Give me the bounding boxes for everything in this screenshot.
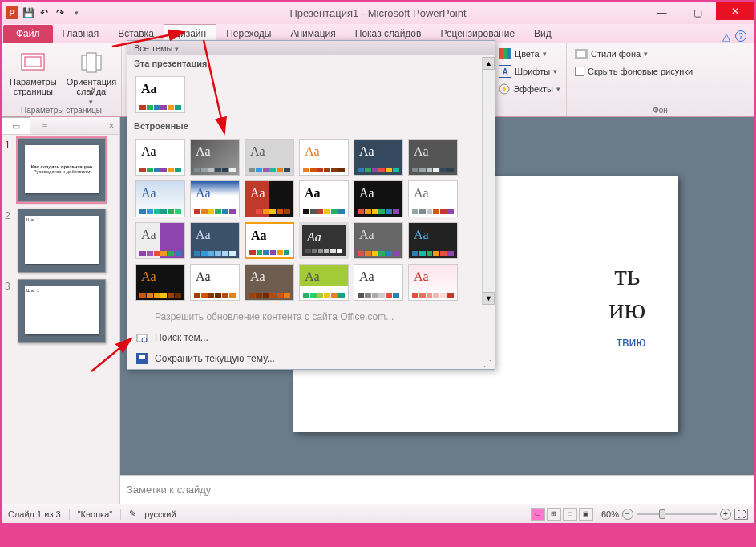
thumbnails-close-icon[interactable]: ×: [103, 117, 119, 134]
app-icon[interactable]: P: [5, 6, 19, 20]
close-button[interactable]: ✕: [716, 2, 754, 20]
title-bar: P 💾 ↶ ↷ Презентация1 - Microsoft PowerPo…: [2, 2, 754, 24]
window-title: Презентация1 - Microsoft PowerPoint: [289, 7, 466, 19]
theme-swatch[interactable]: Aa: [135, 264, 185, 301]
effects-button[interactable]: Эффекты: [495, 80, 561, 98]
theme-swatch[interactable]: Aa: [190, 139, 240, 176]
themes-office-update: Разрешить обновление контента с сайта Of…: [127, 306, 495, 327]
theme-swatch[interactable]: Aa: [354, 222, 403, 259]
view-slideshow-button[interactable]: ▣: [579, 508, 593, 521]
svg-rect-12: [577, 51, 585, 57]
svg-point-10: [503, 87, 506, 91]
theme-swatch[interactable]: Aa: [245, 264, 294, 301]
redo-icon[interactable]: ↷: [53, 6, 67, 20]
page-setup-button[interactable]: Параметры страницы: [6, 48, 60, 107]
view-reading-button[interactable]: □: [563, 508, 577, 521]
save-icon[interactable]: 💾: [21, 6, 35, 20]
view-normal-button[interactable]: ▭: [531, 508, 545, 521]
svg-rect-5: [87, 53, 96, 72]
group-page-setup-label: Параметры страницы: [2, 106, 121, 115]
group-background-label: Фон: [567, 106, 754, 115]
theme-swatch[interactable]: Aa: [299, 264, 349, 301]
hide-background-checkbox[interactable]: Скрыть фоновые рисунки: [572, 63, 749, 80]
status-slide-number: Слайд 1 из 3: [8, 509, 61, 519]
tab-home[interactable]: Главная: [53, 25, 109, 43]
slide-thumbnail[interactable]: 1 Как создать презентациюРуководство к д…: [5, 138, 116, 202]
slide-subtitle[interactable]: твию: [617, 335, 678, 350]
slide-thumbnail[interactable]: 3 Шаг 1: [5, 279, 116, 343]
ribbon-minimize-icon[interactable]: △: [722, 30, 730, 43]
maximize-button[interactable]: ▢: [680, 4, 716, 22]
theme-swatch[interactable]: Aa: [190, 264, 240, 301]
background-styles-button[interactable]: Стили фона: [572, 45, 749, 63]
theme-swatch[interactable]: Aa: [245, 222, 294, 259]
theme-swatch[interactable]: Aa: [299, 139, 349, 176]
minimize-button[interactable]: —: [644, 4, 680, 22]
theme-swatch[interactable]: Aa: [245, 180, 294, 217]
fonts-button[interactable]: AШрифты: [495, 63, 561, 80]
slide-title[interactable]: ть ию: [608, 258, 677, 326]
theme-swatch[interactable]: Aa: [408, 222, 458, 259]
theme-swatch[interactable]: Aa: [190, 222, 240, 259]
theme-swatch[interactable]: Aa: [354, 180, 403, 217]
view-buttons: ▭ ⊞ □ ▣: [531, 508, 593, 521]
svg-rect-7: [503, 48, 507, 59]
qat-customize-icon[interactable]: [69, 6, 83, 20]
themes-search[interactable]: Поиск тем...: [127, 327, 495, 348]
zoom-slider[interactable]: [637, 513, 717, 515]
theme-swatch[interactable]: Aa: [245, 139, 294, 176]
theme-swatch[interactable]: Aa: [135, 222, 185, 259]
colors-button[interactable]: Цвета: [495, 45, 561, 63]
themes-save-current[interactable]: Сохранить текущую тему...: [127, 348, 495, 369]
status-bar: Слайд 1 из 3 "Кнопка" ✎ русский ▭ ⊞ □ ▣ …: [2, 504, 754, 523]
themes-builtin-label: Встроенные: [127, 118, 495, 134]
svg-rect-8: [507, 48, 511, 59]
fit-to-window-button[interactable]: ⛶: [734, 509, 748, 520]
quick-access-toolbar: P 💾 ↶ ↷: [2, 6, 83, 20]
view-sorter-button[interactable]: ⊞: [547, 508, 561, 521]
undo-icon[interactable]: ↶: [37, 6, 51, 20]
slide-orientation-button[interactable]: Ориентация слайда: [63, 48, 119, 107]
themes-all-header[interactable]: Все темы: [127, 41, 495, 55]
theme-swatch[interactable]: Aa: [354, 264, 403, 301]
zoom-in-button[interactable]: +: [720, 509, 731, 520]
spellcheck-icon[interactable]: ✎: [129, 509, 136, 519]
status-language[interactable]: русский: [144, 509, 176, 519]
themes-this-presentation-label: Эта презентация: [127, 55, 495, 71]
help-icon[interactable]: ?: [735, 30, 746, 42]
theme-swatch[interactable]: Aa: [190, 180, 240, 217]
thumbnails-tab-slides[interactable]: ▭: [2, 117, 30, 134]
theme-swatch[interactable]: Aa: [135, 139, 185, 176]
themes-gallery-dropdown: Все темы Эта презентация Aa Встроенные A…: [127, 40, 495, 370]
theme-swatch[interactable]: Aa: [299, 180, 349, 217]
tab-view[interactable]: Вид: [524, 25, 561, 43]
notes-pane[interactable]: Заметки к слайду: [120, 475, 754, 504]
slide-thumbnail[interactable]: 2 Шаг 1: [5, 209, 116, 273]
slide-thumbnails-panel: ▭ ≡ × 1 Как создать презентациюРуководст…: [2, 117, 120, 504]
theme-swatch[interactable]: Aa: [408, 180, 458, 217]
theme-swatch[interactable]: Aa: [354, 139, 403, 176]
zoom-control: 60% − + ⛶: [601, 509, 748, 520]
scroll-down-icon[interactable]: ▼: [483, 292, 495, 305]
theme-swatch[interactable]: Aa: [135, 180, 185, 217]
theme-swatch[interactable]: Aa: [299, 222, 349, 259]
zoom-percent[interactable]: 60%: [601, 509, 619, 519]
svg-text:P: P: [9, 8, 14, 18]
theme-swatch[interactable]: Aa: [135, 76, 185, 113]
theme-swatch[interactable]: Aa: [408, 139, 458, 176]
resize-grip-icon[interactable]: ⋰: [483, 359, 491, 367]
status-theme-name: "Кнопка": [78, 509, 113, 519]
scroll-up-icon[interactable]: ▲: [483, 57, 495, 70]
themes-scrollbar[interactable]: ▲ ▼: [482, 57, 495, 305]
tab-file[interactable]: Файл: [3, 25, 53, 43]
svg-rect-16: [139, 355, 145, 359]
svg-rect-6: [499, 48, 503, 59]
zoom-out-button[interactable]: −: [622, 509, 633, 520]
theme-swatch[interactable]: Aa: [408, 264, 458, 301]
thumbnails-tab-outline[interactable]: ≡: [30, 117, 59, 134]
